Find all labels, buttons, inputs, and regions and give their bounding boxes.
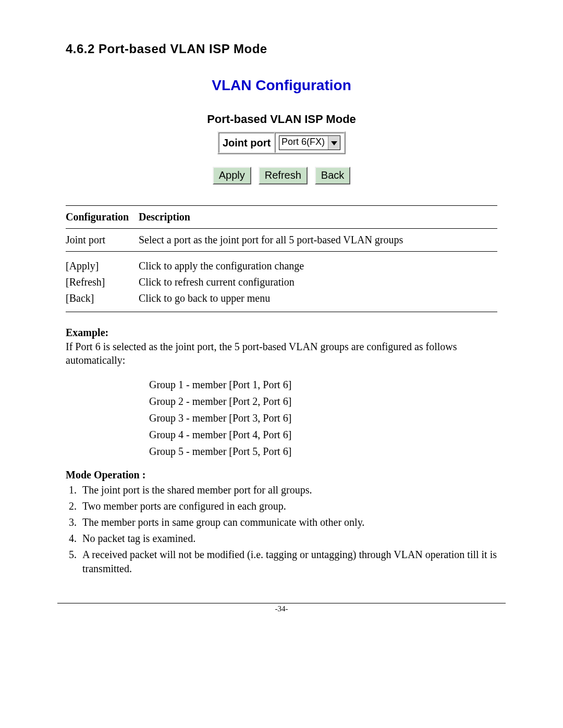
cell-desc: Click to apply the configuration change xyxy=(139,252,497,275)
joint-port-dropdown-value: Port 6(FX) xyxy=(279,136,328,150)
example-title: Example: xyxy=(66,327,108,338)
document-page: 4.6.2 Port-based VLAN ISP Mode VLAN Conf… xyxy=(0,0,563,728)
group-item: Group 3 - member [Port 3, Port 6] xyxy=(149,410,497,426)
list-item: No packet tag is examined. xyxy=(79,532,497,546)
group-item: Group 5 - member [Port 5, Port 6] xyxy=(149,443,497,460)
cell-desc: Click to refresh current configuration xyxy=(139,274,497,290)
embedded-screenshot: VLAN Configuration Port-based VLAN ISP M… xyxy=(66,77,497,184)
mode-operation-block: Mode Operation : The joint port is the s… xyxy=(66,469,497,576)
cell-config: [Refresh] xyxy=(66,274,139,290)
table-row: [Refresh] Click to refresh current confi… xyxy=(66,274,497,290)
table-header-description: Description xyxy=(139,206,497,229)
cell-desc: Click to go back to upper menu xyxy=(139,290,497,312)
example-text: If Port 6 is selected as the joint port,… xyxy=(66,340,497,367)
mode-title: Port-based VLAN ISP Mode xyxy=(66,113,497,126)
list-item: A received packet will not be modified (… xyxy=(79,548,497,576)
apply-button[interactable]: Apply xyxy=(213,167,251,184)
list-item: Two member ports are configured in each … xyxy=(79,499,497,513)
table-row: [Apply] Click to apply the configuration… xyxy=(66,252,497,275)
cell-config: [Back] xyxy=(66,290,139,312)
cell-config: [Apply] xyxy=(66,252,139,275)
section-heading: 4.6.2 Port-based VLAN ISP Mode xyxy=(66,42,497,56)
table-header-configuration: Configuration xyxy=(66,206,139,229)
page-number: -34- xyxy=(275,604,288,613)
list-item: The joint port is the shared member port… xyxy=(79,483,497,497)
joint-port-cell: Port 6(FX) xyxy=(275,132,345,153)
example-block: Example: If Port 6 is selected as the jo… xyxy=(66,327,497,460)
group-item: Group 4 - member [Port 4, Port 6] xyxy=(149,426,497,443)
config-description-table: Configuration Description Joint port Sel… xyxy=(66,205,497,312)
group-item: Group 1 - member [Port 1, Port 6] xyxy=(149,376,497,393)
group-item: Group 2 - member [Port 2, Port 6] xyxy=(149,393,497,410)
page-footer: -34- xyxy=(57,603,506,613)
cell-config: Joint port xyxy=(66,229,139,252)
mode-operation-title: Mode Operation : xyxy=(66,469,497,481)
cell-desc: Select a port as the joint port for all … xyxy=(139,229,497,252)
vlan-config-title: VLAN Configuration xyxy=(66,77,497,94)
joint-port-dropdown[interactable]: Port 6(FX) xyxy=(279,135,340,150)
table-row: [Back] Click to go back to upper menu xyxy=(66,290,497,312)
joint-port-label: Joint port xyxy=(218,132,275,153)
joint-port-table: Joint port Port 6(FX) xyxy=(217,131,346,154)
back-button[interactable]: Back xyxy=(315,167,350,184)
chevron-down-icon xyxy=(328,136,340,150)
svg-marker-0 xyxy=(331,141,337,145)
list-item: The member ports in same group can commu… xyxy=(79,515,497,529)
refresh-button[interactable]: Refresh xyxy=(259,167,308,184)
buttons-row: Apply Refresh Back xyxy=(66,167,497,184)
group-list: Group 1 - member [Port 1, Port 6] Group … xyxy=(149,376,497,460)
table-row: Joint port Select a port as the joint po… xyxy=(66,229,497,252)
mode-operation-list: The joint port is the shared member port… xyxy=(66,483,497,576)
